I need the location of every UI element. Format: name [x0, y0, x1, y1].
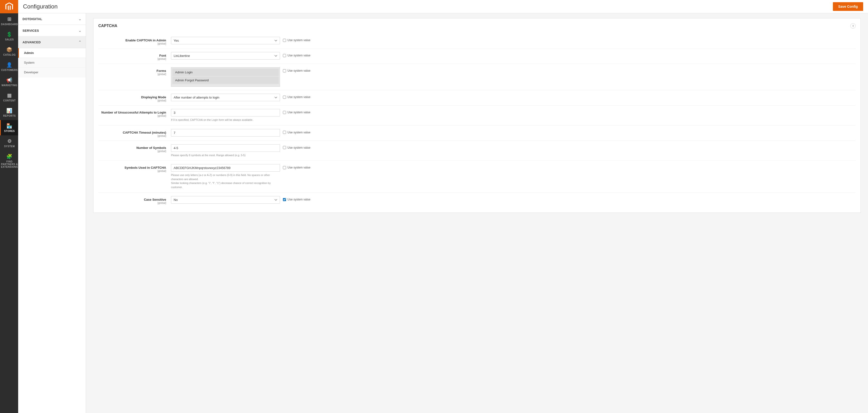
case-sensitive-use-system[interactable]: Use system value: [283, 196, 310, 201]
font-label: Font [global]: [98, 52, 171, 60]
page-title: Configuration: [23, 3, 58, 10]
forms-list-item[interactable]: Admin Login: [172, 68, 279, 76]
symbols-count-use-system-checkbox[interactable]: [283, 146, 286, 149]
sidebar-item-sales[interactable]: 💲 SALES: [0, 29, 18, 44]
unsuccessful-attempts-use-system-checkbox[interactable]: [283, 111, 286, 114]
symbols-count-input: Please specify 8 symbols at the most. Ra…: [171, 144, 856, 157]
reports-icon: 📊: [6, 108, 12, 114]
unsuccessful-attempts-label: Number of Unsuccessful Attempts to Login…: [98, 109, 171, 117]
nav-section-advanced[interactable]: ADVANCED ⌃: [18, 37, 86, 48]
right-panel: CAPTCHA ⇧ Enable CAPTCHA in Admin [globa…: [86, 13, 868, 413]
enable-captcha-row: Enable CAPTCHA in Admin [global] Yes No …: [98, 33, 856, 49]
sidebar-item-stores[interactable]: 🏪 STORES: [0, 120, 18, 135]
case-sensitive-select[interactable]: No Yes: [171, 196, 280, 203]
captcha-title: CAPTCHA ⇧: [98, 23, 856, 29]
case-sensitive-use-system-checkbox[interactable]: [283, 198, 286, 201]
font-select[interactable]: LinLibertine: [171, 52, 280, 60]
advanced-sub-items: Admin System Developer: [18, 48, 86, 77]
case-sensitive-input: No Yes Use system value: [171, 196, 856, 203]
case-sensitive-row: Case Sensitive [global] No Yes Use syste…: [98, 193, 856, 208]
sidebar-item-reports[interactable]: 📊 REPORTS: [0, 105, 18, 120]
font-use-system-checkbox[interactable]: [283, 54, 286, 57]
enable-captcha-use-system[interactable]: Use system value: [283, 37, 310, 42]
sidebar-item-content[interactable]: ▦ CONTENT: [0, 90, 18, 105]
displaying-mode-use-system-checkbox[interactable]: [283, 96, 286, 99]
symbols-used-use-system[interactable]: Use system value: [283, 164, 310, 169]
timeout-use-system[interactable]: Use system value: [283, 129, 310, 134]
captcha-section: CAPTCHA ⇧ Enable CAPTCHA in Admin [globa…: [93, 18, 861, 213]
symbols-used-input: Please use only letters (a-z or A-Z) or …: [171, 164, 856, 189]
topbar: Configuration Save Config: [18, 0, 868, 13]
symbols-count-field[interactable]: [171, 144, 280, 152]
sales-icon: 💲: [6, 31, 12, 37]
displaying-mode-row: Displaying Mode [global] After number of…: [98, 90, 856, 105]
dashboard-icon: ⊞: [7, 16, 11, 22]
forms-label: Forms [global]: [98, 67, 171, 75]
timeout-input: Use system value: [171, 129, 856, 136]
sidebar-item-find-partners[interactable]: 🧩 FIND PARTNERS & EXTENSIONS: [0, 151, 18, 171]
case-sensitive-label: Case Sensitive [global]: [98, 196, 171, 204]
sidebar: ⊞ DASHBOARD 💲 SALES 📦 CATALOG 👤 CUSTOMER…: [0, 0, 18, 413]
nav-item-system[interactable]: System: [18, 58, 86, 68]
unsuccessful-attempts-row: Number of Unsuccessful Attempts to Login…: [98, 105, 856, 126]
enable-captcha-input: Yes No Use system value: [171, 37, 856, 44]
unsuccessful-attempts-use-system[interactable]: Use system value: [283, 109, 310, 114]
unsuccessful-attempts-input: If 0 is specified, CAPTCHA on the Login …: [171, 109, 856, 122]
displaying-mode-input: After number of attempts to login Always…: [171, 94, 856, 101]
sidebar-item-system[interactable]: ⚙ SYSTEM: [0, 135, 18, 151]
forms-list-item[interactable]: Admin Forgot Password: [172, 76, 279, 84]
nav-item-admin[interactable]: Admin: [18, 48, 86, 58]
left-nav: DOTDIGITAL ⌄ SERVICES ⌄ ADVANCED ⌃ Admin…: [18, 13, 86, 413]
nav-item-developer[interactable]: Developer: [18, 68, 86, 77]
symbols-used-help: Please use only letters (a-z or A-Z) or …: [171, 173, 280, 189]
sidebar-item-catalog[interactable]: 📦 CATALOG: [0, 44, 18, 59]
stores-icon: 🏪: [6, 123, 12, 129]
unsuccessful-attempts-help: If 0 is specified, CAPTCHA on the Login …: [171, 118, 280, 122]
save-config-button[interactable]: Save Config: [833, 2, 863, 11]
find-partners-icon: 🧩: [6, 154, 12, 159]
timeout-field[interactable]: [171, 129, 280, 136]
chevron-down-icon: ⌄: [78, 17, 82, 21]
displaying-mode-select[interactable]: After number of attempts to login Always: [171, 94, 280, 101]
chevron-up-icon: ⌃: [78, 40, 82, 44]
symbols-used-use-system-checkbox[interactable]: [283, 166, 286, 169]
content-icon: ▦: [7, 93, 12, 98]
enable-captcha-label: Enable CAPTCHA in Admin [global]: [98, 37, 171, 45]
displaying-mode-label: Displaying Mode [global]: [98, 94, 171, 102]
font-row: Font [global] LinLibertine Use system va…: [98, 49, 856, 64]
sidebar-item-dashboard[interactable]: ⊞ DASHBOARD: [0, 13, 18, 29]
forms-use-system-checkbox[interactable]: [283, 69, 286, 72]
displaying-mode-use-system[interactable]: Use system value: [283, 94, 310, 99]
marketing-icon: 📢: [6, 77, 12, 83]
enable-captcha-select[interactable]: Yes No: [171, 37, 280, 44]
sidebar-item-customers[interactable]: 👤 CUSTOMERS: [0, 59, 18, 74]
symbols-used-row: Symbols Used in CAPTCHA [global] Please …: [98, 161, 856, 193]
symbols-used-label: Symbols Used in CAPTCHA [global]: [98, 164, 171, 172]
content-area: DOTDIGITAL ⌄ SERVICES ⌄ ADVANCED ⌃ Admin…: [18, 13, 868, 413]
symbols-count-use-system[interactable]: Use system value: [283, 144, 310, 149]
system-icon: ⚙: [7, 138, 12, 144]
font-use-system[interactable]: Use system value: [283, 52, 310, 57]
forms-list[interactable]: Admin Login Admin Forgot Password: [171, 67, 280, 87]
timeout-label: CAPTCHA Timeout (minutes) [global]: [98, 129, 171, 137]
forms-input: Admin Login Admin Forgot Password Use sy…: [171, 67, 856, 87]
font-input: LinLibertine Use system value: [171, 52, 856, 60]
unsuccessful-attempts-field[interactable]: [171, 109, 280, 117]
forms-row: Forms [global] Admin Login Admin Forgot …: [98, 64, 856, 90]
section-collapse-button[interactable]: ⇧: [850, 23, 856, 29]
timeout-row: CAPTCHA Timeout (minutes) [global] Use s…: [98, 126, 856, 141]
symbols-count-row: Number of Symbols [global] Please specif…: [98, 141, 856, 161]
symbols-count-label: Number of Symbols [global]: [98, 144, 171, 153]
chevron-down-icon: ⌄: [78, 28, 82, 33]
catalog-icon: 📦: [6, 47, 12, 53]
symbols-used-field[interactable]: [171, 164, 280, 172]
timeout-use-system-checkbox[interactable]: [283, 131, 286, 134]
nav-section-services[interactable]: SERVICES ⌄: [18, 25, 86, 37]
forms-use-system[interactable]: Use system value: [283, 67, 310, 72]
sidebar-item-marketing[interactable]: 📢 MARKETING: [0, 74, 18, 90]
enable-captcha-use-system-checkbox[interactable]: [283, 39, 286, 42]
customers-icon: 👤: [6, 62, 12, 68]
nav-section-dotdigital[interactable]: DOTDIGITAL ⌄: [18, 13, 86, 25]
symbols-count-help: Please specify 8 symbols at the most. Ra…: [171, 153, 280, 157]
magento-logo: [0, 0, 18, 13]
